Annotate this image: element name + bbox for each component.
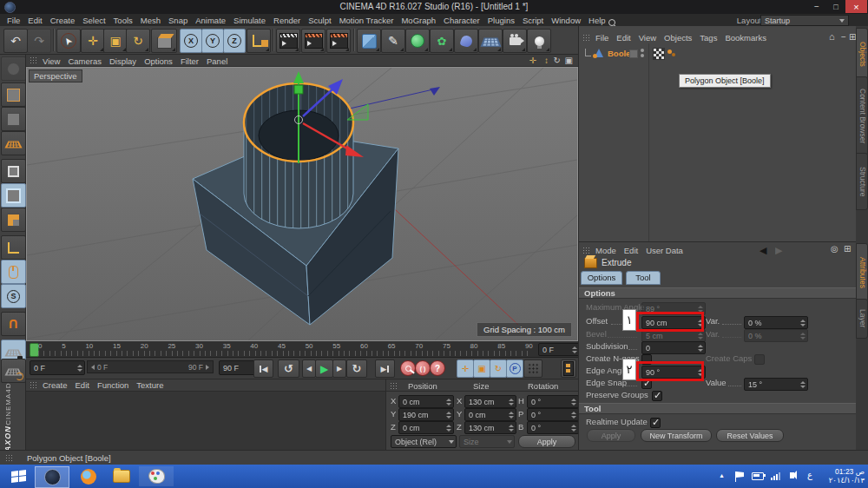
options-section-header[interactable]: Options [579,287,857,299]
viewport-toggle-icon[interactable]: ▣ [565,56,573,65]
maximize-button[interactable]: □ [826,0,845,13]
materials-menu-create[interactable]: Create [43,380,68,390]
next-frame-button[interactable]: ▶ [332,359,346,378]
light-button[interactable] [527,29,551,53]
scale-tool-button[interactable]: ▣ [103,29,128,53]
render-region-button[interactable] [301,29,326,53]
go-to-start-button[interactable]: ◀ [253,359,273,378]
am-menu-mode[interactable]: Mode [595,246,616,255]
value-field[interactable]: 15 ° [744,378,808,391]
tab-attributes[interactable]: Attributes [856,243,868,302]
enable-axis-button[interactable] [1,235,26,260]
search-icon[interactable] [608,19,615,26]
generator-button[interactable] [405,29,430,53]
make-editable-button[interactable] [1,56,26,81]
rot-p-field[interactable]: 0 ° [527,408,579,421]
tab-objects[interactable]: Objects [856,28,868,80]
size-x-field[interactable]: 130 cm [464,395,516,408]
ruler-frame-field[interactable]: 0 F [538,343,580,356]
taskbar-app-firefox[interactable] [73,466,104,486]
workplane-align-button[interactable] [1,359,26,383]
edge-snap-checkbox[interactable]: ✓ [641,379,652,389]
object-name[interactable]: Boole [608,49,630,58]
materials-menu-texture[interactable]: Texture [136,380,163,390]
menu-item-help[interactable]: Help [589,16,606,25]
menu-item-motion-tracker[interactable]: Motion Tracker [339,16,394,25]
go-to-end-button[interactable]: ▶ [375,359,395,378]
camera-label[interactable]: Perspective [29,69,82,82]
tray-chevron-icon[interactable]: ▲ [719,472,725,478]
menu-item-character[interactable]: Character [444,16,480,25]
realtime-update-checkbox[interactable]: ✓ [650,418,661,428]
object-mode-dropdown[interactable]: Object (Rel) [391,435,457,448]
start-button[interactable] [5,468,31,485]
last-tool-button[interactable] [151,29,177,53]
reset-values-button[interactable]: Reset Values [716,429,784,442]
object-row-boole[interactable]: Boole [579,47,857,61]
battery-icon[interactable] [752,472,764,480]
menu-item-sculpt[interactable]: Sculpt [308,16,331,25]
magnet-button[interactable]: U [1,312,26,336]
current-frame-field[interactable]: 0 F [30,360,85,375]
am-forward-icon[interactable]: ▶ [775,245,782,256]
rot-b-field[interactable]: 0 ° [527,421,579,434]
size-y-field[interactable]: 0 cm [464,408,516,421]
camera-button[interactable] [503,29,527,53]
menu-item-create[interactable]: Create [50,16,76,25]
taskbar-app-cinema4d[interactable] [35,466,69,488]
snap-button[interactable]: S [1,284,26,308]
network-signal-icon[interactable] [771,472,783,480]
subdivision-field[interactable]: 0 [641,341,706,354]
viewport-solo-button[interactable] [1,260,26,284]
undo-button[interactable]: ↶ [3,29,28,53]
tab-content-browser[interactable]: Content Browser [856,76,868,156]
om-menu-edit[interactable]: Edit [616,33,630,43]
z-axis-lock-button[interactable]: Z [223,29,246,53]
panel-grip[interactable] [582,247,590,254]
speaker-icon[interactable] [790,472,794,478]
var1-field[interactable]: 0 % [744,316,808,329]
spinner-icon[interactable] [77,365,82,372]
pos-z-field[interactable]: 0 cm [398,421,454,434]
menu-item-simulate[interactable]: Simulate [233,16,266,25]
menu-item-snap[interactable]: Snap [168,16,187,25]
pos-x-field[interactable]: 0 cm [398,395,454,408]
taskbar-app-explorer[interactable] [106,466,137,486]
tab-layer[interactable]: Layer [856,299,868,339]
om-home-icon[interactable]: ⌂ [829,31,835,42]
am-add-icon[interactable]: ⊞ [844,244,851,254]
panel-grip[interactable] [30,381,37,389]
deformer-button[interactable] [454,29,478,53]
key-scale-button[interactable]: ▣ [473,359,490,378]
range-left-arrow-icon[interactable] [91,365,95,370]
phong-tag-icon[interactable] [667,48,677,58]
timeline-ruler[interactable]: 051015202530354045505560657075808590 0 F [26,341,578,358]
materials-menu-function[interactable]: Function [97,380,128,390]
render-settings-button[interactable] [326,29,351,53]
rot-h-field[interactable]: 0 ° [527,395,579,408]
pos-y-field[interactable]: 190 cm [398,408,454,421]
texture-tag-icon[interactable] [653,48,665,60]
coordinate-system-button[interactable] [247,29,271,53]
record-keyframe-button[interactable] [400,360,416,376]
am-back-icon[interactable]: ◀ [760,245,766,256]
panel-grip[interactable] [30,56,37,64]
edge-angle-field[interactable]: 90 ° [641,366,706,379]
new-transform-button[interactable]: New Transform [641,429,712,442]
autokey-button[interactable]: ( ) [415,360,431,376]
taskbar-app-paint[interactable] [139,466,174,486]
move-tool-button[interactable]: ✛ [81,29,105,53]
key-parameter-button[interactable]: P [506,359,523,378]
panel-grip[interactable] [582,34,590,42]
language-indicator[interactable]: ع [807,470,812,479]
range-right-arrow-icon[interactable] [206,365,209,370]
polygons-mode-button[interactable] [1,208,26,232]
am-menu-userdata[interactable]: User Data [646,246,683,255]
action-center-flag-icon[interactable] [736,472,744,478]
play-button[interactable]: ▶ [315,359,333,378]
texture-mode-button[interactable] [1,107,26,131]
viewport-menu-cameras[interactable]: Cameras [68,56,102,66]
render-view-button[interactable] [276,29,300,53]
previous-frame-button[interactable]: ◀ [302,359,316,378]
x-axis-lock-button[interactable]: X [180,29,202,53]
